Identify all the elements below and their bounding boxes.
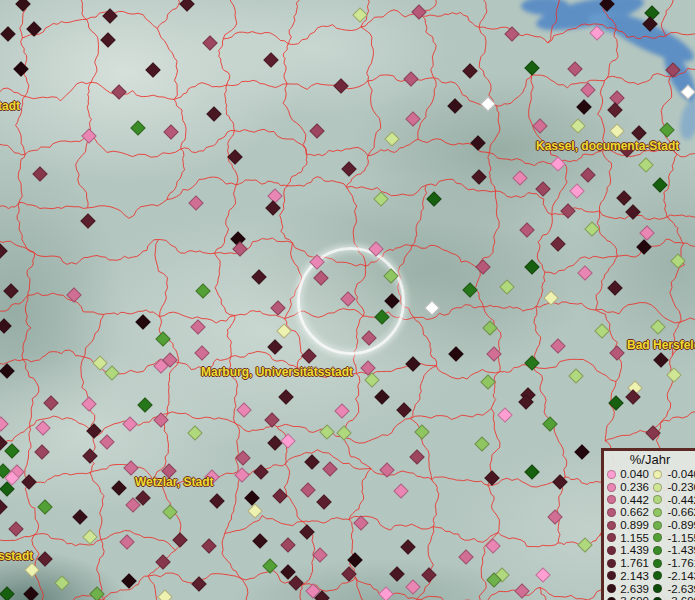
legend-row: 0.662-0.662 bbox=[607, 506, 695, 519]
legend-positive-value: 0.899 bbox=[616, 519, 649, 531]
negative-swatch-icon bbox=[653, 546, 662, 555]
legend-row: 2.639-2.639 bbox=[607, 582, 695, 595]
positive-swatch-icon bbox=[607, 571, 616, 580]
legend-title: %/Jahr bbox=[607, 452, 693, 467]
positive-swatch-icon bbox=[607, 521, 616, 530]
legend-negative-value: -0.662 bbox=[662, 506, 695, 518]
legend-positive-value: 2.143 bbox=[616, 570, 649, 582]
positive-swatch-icon bbox=[607, 470, 616, 479]
legend-negative-value: -1.155 bbox=[662, 532, 695, 544]
legend[interactable]: %/Jahr 0.040-0.0400.236-0.2360.442-0.442… bbox=[601, 448, 695, 600]
legend-row: 0.442-0.442 bbox=[607, 493, 695, 506]
negative-swatch-icon bbox=[653, 495, 662, 504]
positive-swatch-icon bbox=[607, 546, 616, 555]
legend-positive-value: 1.155 bbox=[616, 532, 649, 544]
place-label: Marburg, Universitätsstadt bbox=[201, 366, 353, 379]
positive-swatch-icon bbox=[607, 559, 616, 568]
legend-positive-value: 0.662 bbox=[616, 506, 649, 518]
place-label: Wetzlar, Stadt bbox=[135, 476, 213, 489]
negative-swatch-icon bbox=[653, 470, 662, 479]
legend-positive-value: 1.761 bbox=[616, 557, 649, 569]
legend-negative-value: -0.442 bbox=[662, 494, 695, 506]
positive-swatch-icon bbox=[607, 508, 616, 517]
negative-swatch-icon bbox=[653, 559, 662, 568]
positive-swatch-icon bbox=[607, 495, 616, 504]
legend-row: 1.439-1.439 bbox=[607, 544, 695, 557]
legend-positive-value: 0.040 bbox=[616, 468, 649, 480]
legend-positive-value: 0.236 bbox=[616, 481, 649, 493]
negative-swatch-icon bbox=[653, 533, 662, 542]
map-canvas[interactable]: tadtKassel, documenta-StadtMarburg, Univ… bbox=[0, 0, 695, 600]
legend-row: 1.155-1.155 bbox=[607, 531, 695, 544]
positive-swatch-icon bbox=[607, 584, 616, 593]
place-label: sstadt bbox=[0, 550, 33, 563]
legend-positive-value: 2.639 bbox=[616, 583, 649, 595]
positive-swatch-icon bbox=[607, 533, 616, 542]
legend-negative-value: -3.690 bbox=[662, 595, 695, 600]
legend-negative-value: -1.439 bbox=[662, 544, 695, 556]
legend-row: 2.143-2.143 bbox=[607, 570, 695, 583]
negative-swatch-icon bbox=[653, 584, 662, 593]
legend-positive-value: 3.690 bbox=[616, 595, 649, 600]
legend-row: 1.761-1.761 bbox=[607, 557, 695, 570]
legend-positive-value: 1.439 bbox=[616, 544, 649, 556]
legend-row: 0.236-0.236 bbox=[607, 481, 695, 494]
place-label: Kassel, documenta-Stadt bbox=[536, 140, 679, 153]
legend-negative-value: -0.899 bbox=[662, 519, 695, 531]
legend-negative-value: -2.143 bbox=[662, 570, 695, 582]
negative-swatch-icon bbox=[653, 508, 662, 517]
legend-positive-value: 0.442 bbox=[616, 494, 649, 506]
legend-row: 0.899-0.899 bbox=[607, 519, 695, 532]
legend-negative-value: -0.040 bbox=[662, 468, 695, 480]
legend-row: 0.040-0.040 bbox=[607, 468, 695, 481]
place-label: Bad Hersfeld bbox=[627, 339, 695, 352]
legend-rows: 0.040-0.0400.236-0.2360.442-0.4420.662-0… bbox=[607, 468, 695, 600]
negative-swatch-icon bbox=[653, 571, 662, 580]
legend-negative-value: -0.236 bbox=[662, 481, 695, 493]
legend-row: 3.690-3.690 bbox=[607, 595, 695, 600]
legend-negative-value: -2.639 bbox=[662, 583, 695, 595]
negative-swatch-icon bbox=[653, 521, 662, 530]
legend-negative-value: -1.761 bbox=[662, 557, 695, 569]
negative-swatch-icon bbox=[653, 483, 662, 492]
positive-swatch-icon bbox=[607, 483, 616, 492]
place-label: tadt bbox=[0, 100, 20, 113]
